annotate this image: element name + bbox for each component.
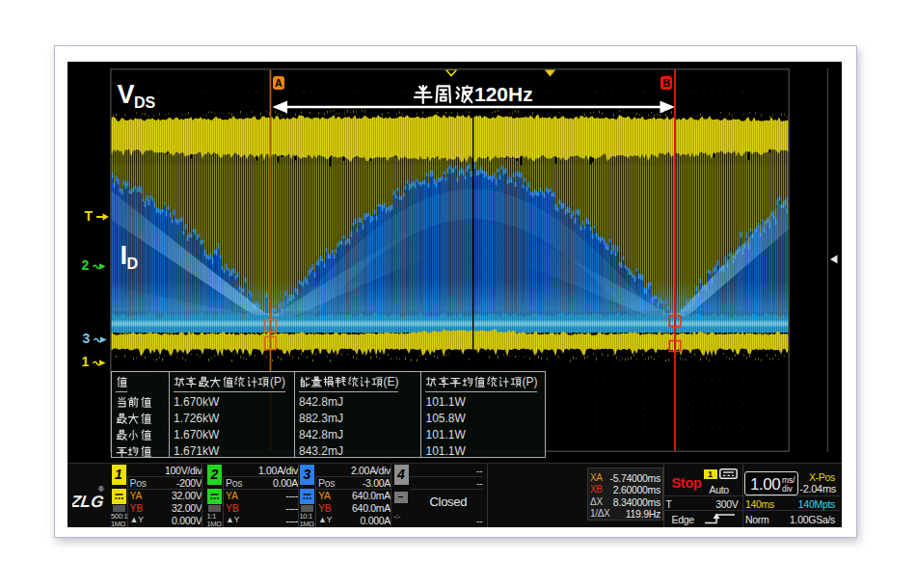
svg-text:®: ® (98, 485, 104, 494)
svg-text:ZLG: ZLG (72, 493, 105, 511)
